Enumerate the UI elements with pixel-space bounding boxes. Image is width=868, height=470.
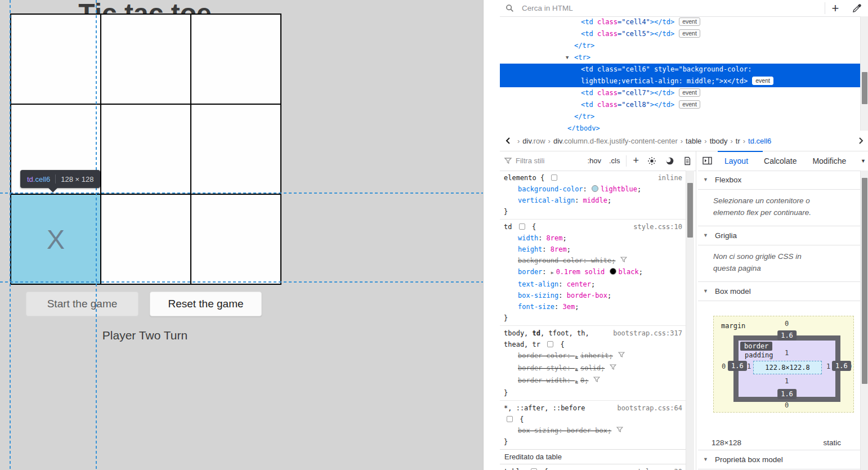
- property-name[interactable]: border: [518, 268, 542, 276]
- markup-line[interactable]: </tr>: [500, 111, 860, 123]
- print-simulation-icon[interactable]: [683, 156, 691, 165]
- color-swatch-icon[interactable]: [592, 185, 598, 192]
- css-declaration[interactable]: vertical-align: middle;: [500, 195, 686, 206]
- layout-scrollbar-thumb[interactable]: [862, 178, 867, 384]
- section-grid-header[interactable]: ▼Griglia: [698, 226, 860, 245]
- property-value[interactable]: 8rem: [547, 234, 563, 242]
- add-node-button[interactable]: +: [825, 1, 845, 16]
- css-declaration[interactable]: border: ▶0.1rem solid black;: [500, 266, 686, 279]
- css-declaration[interactable]: width: 8rem;: [500, 232, 686, 244]
- border-right-value[interactable]: 1.6: [832, 361, 851, 371]
- rule-selector[interactable]: td {style.css:10: [500, 221, 686, 232]
- property-value[interactable]: solid: [580, 364, 601, 372]
- property-value[interactable]: 0.1rem solid: [556, 268, 605, 276]
- twisty-icon[interactable]: ▼: [703, 450, 708, 469]
- reset-game-button[interactable]: Reset the game: [150, 292, 262, 316]
- panel-divider[interactable]: [696, 151, 696, 470]
- breadcrumb-item-div-column-d-flex-justify-content-center[interactable]: div.column.d-flex.justify-content-center: [553, 137, 678, 145]
- highlight-selector-icon[interactable]: [551, 174, 557, 181]
- event-badge[interactable]: event: [679, 88, 700, 97]
- breadcrumb-item-table[interactable]: table: [686, 137, 701, 145]
- event-badge[interactable]: event: [679, 29, 700, 38]
- margin-bottom-value[interactable]: 0: [785, 401, 789, 409]
- markup-line[interactable]: <td class="cell8"></td>event: [500, 99, 860, 111]
- section-boxmodel-properties-header[interactable]: ▼Proprietà box model: [698, 450, 860, 469]
- highlight-selector-icon[interactable]: [547, 341, 553, 347]
- padding-bottom-value[interactable]: 1: [785, 377, 789, 385]
- twisty-icon[interactable]: ▼: [703, 171, 708, 189]
- breadcrumb-scroll-left-icon[interactable]: [504, 136, 512, 145]
- dark-theme-icon[interactable]: [665, 156, 674, 165]
- event-badge[interactable]: event: [752, 77, 773, 85]
- tab-changes[interactable]: Modifiche: [812, 156, 846, 165]
- expand-twisty-icon[interactable]: ▼: [566, 52, 569, 64]
- css-declaration[interactable]: text-align: center;: [500, 279, 686, 290]
- margin-top-value[interactable]: 0: [785, 320, 789, 328]
- property-value[interactable]: middle: [583, 196, 607, 204]
- board-cell-4[interactable]: [101, 105, 190, 194]
- rule-selector[interactable]: tbody, td, tfoot, th,bootstrap.css:317: [500, 328, 686, 339]
- twisty-icon[interactable]: ▼: [703, 226, 708, 245]
- rule-source-link[interactable]: inline: [658, 172, 682, 183]
- padding-top-value[interactable]: 1: [785, 349, 789, 357]
- property-value[interactable]: inherit: [580, 352, 609, 360]
- padding-right-value[interactable]: 1: [826, 362, 830, 370]
- rule-selector[interactable]: thead, tr {: [500, 339, 686, 350]
- tab-computed[interactable]: Calcolate: [764, 156, 797, 165]
- search-input[interactable]: Cerca in HTML: [522, 4, 825, 12]
- board-cell-7[interactable]: [101, 195, 190, 284]
- property-value[interactable]: border-box: [567, 427, 607, 435]
- css-declaration[interactable]: box-sizing: border-box;: [500, 290, 686, 301]
- property-value[interactable]: border-box: [567, 292, 607, 299]
- border-left-value[interactable]: 1.6: [728, 361, 747, 371]
- css-declaration[interactable]: background-color: lightblue;: [500, 183, 686, 195]
- section-boxmodel-header[interactable]: ▼Box model: [698, 282, 860, 301]
- board-cell-6-highlighted[interactable]: x: [11, 195, 100, 284]
- class-toggle-button[interactable]: .cls: [609, 156, 620, 165]
- markup-line[interactable]: <td class="cell5"></td>event: [500, 28, 860, 40]
- markup-scrollbar-thumb[interactable]: [862, 72, 867, 104]
- color-swatch-icon[interactable]: [610, 268, 616, 275]
- markup-line[interactable]: </tr>: [500, 40, 860, 52]
- rule-source-link[interactable]: bootstrap.css:317: [613, 328, 682, 339]
- markup-line[interactable]: <td class="cell7"></td>event: [500, 87, 860, 99]
- layout-scrollbar[interactable]: [860, 171, 868, 470]
- rule-source-link[interactable]: style.css:20: [633, 466, 682, 470]
- markup-line-selected[interactable]: <td class="cell6" style="background-colo…: [500, 64, 860, 75]
- property-name[interactable]: vertical-align: [518, 196, 575, 204]
- expand-value-icon[interactable]: ▶: [575, 366, 578, 371]
- breadcrumb-item-div-row[interactable]: div.row: [522, 137, 545, 145]
- board-cell-8[interactable]: [191, 195, 280, 284]
- property-value[interactable]: center: [567, 280, 591, 288]
- event-badge[interactable]: event: [679, 100, 700, 109]
- border-bottom-value[interactable]: 1.6: [777, 389, 797, 399]
- event-badge[interactable]: event: [679, 17, 700, 26]
- markup-line[interactable]: </tbody>: [500, 123, 860, 131]
- expand-value-icon[interactable]: ▶: [575, 379, 578, 384]
- breadcrumb-item-tbody[interactable]: tbody: [710, 137, 728, 145]
- board-cell-1[interactable]: [101, 15, 190, 104]
- highlight-selector-icon[interactable]: [507, 416, 513, 422]
- twisty-icon[interactable]: ▼: [703, 282, 708, 301]
- property-value[interactable]: 3em: [562, 303, 575, 311]
- markup-line[interactable]: <td class="cell4"></td>event: [500, 16, 860, 28]
- rules-scrollbar[interactable]: [686, 171, 694, 470]
- css-declaration[interactable]: box-sizing: border-box;: [500, 425, 686, 436]
- property-name[interactable]: height: [518, 245, 542, 253]
- property-name[interactable]: border-color: [518, 352, 567, 360]
- property-name[interactable]: border-width: [518, 377, 567, 384]
- tabs-overflow-dropdown-icon[interactable]: ▼: [861, 158, 866, 164]
- light-theme-icon[interactable]: [647, 156, 656, 165]
- css-declaration[interactable]: border-style: ▶solid;: [500, 362, 686, 375]
- property-value[interactable]: 8rem: [551, 245, 567, 253]
- filter-styles-input[interactable]: Filtra stili: [516, 156, 583, 165]
- property-name[interactable]: box-sizing: [518, 427, 558, 435]
- css-declaration[interactable]: border-color: ▶inherit;: [500, 350, 686, 362]
- property-value[interactable]: black: [619, 268, 639, 276]
- margin-left-value[interactable]: 0: [722, 362, 726, 370]
- css-declaration[interactable]: border-width: ▶0;: [500, 375, 686, 387]
- css-declaration[interactable]: height: 8rem;: [500, 244, 686, 255]
- property-value[interactable]: lightblue: [601, 185, 637, 193]
- markup-scrollbar[interactable]: [860, 16, 868, 131]
- breadcrumb-item-tr[interactable]: tr: [736, 137, 740, 145]
